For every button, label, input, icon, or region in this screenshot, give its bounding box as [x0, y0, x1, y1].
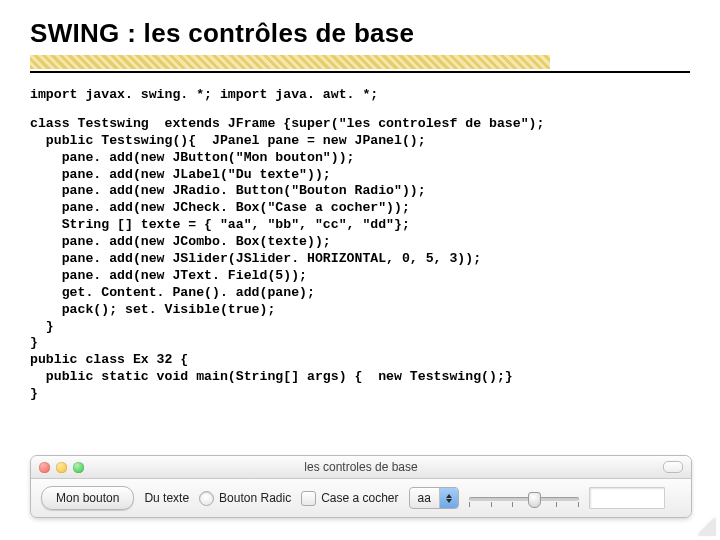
slider-thumb[interactable]: [528, 492, 541, 508]
radio-icon: [199, 491, 214, 506]
minimize-icon[interactable]: [56, 462, 67, 473]
page-curl-icon: [698, 518, 716, 536]
window-titlebar: les controles de base: [31, 456, 691, 479]
title-rule: [30, 71, 690, 73]
preview-window: les controles de base Mon bouton Du text…: [30, 455, 692, 518]
combobox[interactable]: aa: [409, 487, 459, 509]
text-field[interactable]: [589, 487, 665, 509]
traffic-lights: [39, 462, 84, 473]
checkbox-icon: [301, 491, 316, 506]
combobox-value: aa: [410, 491, 439, 505]
slider-track: [469, 497, 579, 501]
title-highlight: [30, 55, 550, 69]
code-imports: import javax. swing. *; import java. awt…: [30, 87, 690, 104]
slider-ticks: [469, 502, 579, 507]
window-content: Mon bouton Du texte Bouton Radic Case a …: [31, 479, 691, 517]
checkbox[interactable]: Case a cocher: [301, 491, 398, 506]
slider[interactable]: [469, 488, 579, 508]
static-label: Du texte: [144, 491, 189, 505]
zoom-icon[interactable]: [73, 462, 84, 473]
code-body: class Testswing extends JFrame {super("l…: [30, 116, 690, 403]
code-block: import javax. swing. *; import java. awt…: [30, 87, 690, 403]
combobox-stepper-icon: [439, 488, 458, 508]
mon-bouton-button[interactable]: Mon bouton: [41, 486, 134, 510]
close-icon[interactable]: [39, 462, 50, 473]
toolbar-toggle-icon[interactable]: [663, 461, 683, 473]
slide: SWING : les contrôles de base import jav…: [0, 0, 720, 540]
button-label: Mon bouton: [56, 491, 119, 505]
radio-label: Bouton Radic: [219, 491, 291, 505]
checkbox-label: Case a cocher: [321, 491, 398, 505]
window-title: les controles de base: [31, 460, 691, 474]
radio-button[interactable]: Bouton Radic: [199, 491, 291, 506]
slide-title: SWING : les contrôles de base: [30, 18, 690, 49]
